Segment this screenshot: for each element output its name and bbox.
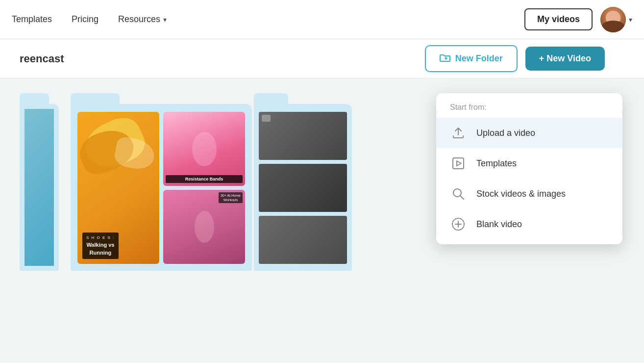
nav-pricing[interactable]: Pricing bbox=[72, 14, 99, 25]
folder-right-content bbox=[254, 104, 352, 271]
templates-label: Templates bbox=[476, 158, 517, 169]
main-nav: Templates Pricing Resources ▾ bbox=[12, 14, 524, 25]
blank-label: Blank video bbox=[476, 219, 522, 230]
resources-chevron-icon: ▾ bbox=[163, 16, 167, 24]
search-icon bbox=[450, 185, 467, 202]
avatar bbox=[600, 7, 626, 32]
app-name: reencast bbox=[20, 52, 64, 65]
dropdown-title: Start from: bbox=[436, 103, 622, 118]
folder-card-right bbox=[254, 104, 352, 348]
thumbnail-resistance-top: Resistance Bands bbox=[163, 112, 245, 186]
main-content: S H O E S : Walking vsRunning Resistance… bbox=[0, 78, 644, 363]
upload-label: Upload a video bbox=[476, 128, 535, 138]
folder-card-left-partial bbox=[20, 104, 59, 348]
thumbnail-right-3 bbox=[259, 216, 347, 264]
avatar-image bbox=[600, 7, 626, 32]
new-folder-label: New Folder bbox=[455, 53, 503, 64]
avatar-chevron-icon: ▾ bbox=[629, 16, 632, 24]
thumbnail-right-1 bbox=[259, 112, 347, 160]
new-folder-button[interactable]: New Folder bbox=[425, 45, 518, 72]
workout-label: 30+ At-HomeWorkouts bbox=[219, 192, 243, 203]
folder-card-main[interactable]: S H O E S : Walking vsRunning Resistance… bbox=[71, 104, 252, 348]
folder-content: S H O E S : Walking vsRunning Resistance… bbox=[71, 104, 252, 271]
toolbar-actions: New Folder + New Video bbox=[425, 45, 605, 72]
header: Templates Pricing Resources ▾ My videos … bbox=[0, 0, 644, 39]
nav-templates[interactable]: Templates bbox=[12, 14, 52, 25]
thumbnail-shoes-large: S H O E S : Walking vsRunning bbox=[77, 112, 159, 264]
folder-tab-right bbox=[254, 93, 288, 105]
dropdown-item-templates[interactable]: Templates bbox=[436, 148, 622, 179]
svg-line-5 bbox=[460, 196, 464, 199]
thumbnail-workout: 30+ At-HomeWorkouts bbox=[163, 190, 245, 264]
new-video-label: + New Video bbox=[539, 53, 591, 64]
folder-icon bbox=[440, 53, 450, 64]
svg-rect-2 bbox=[453, 158, 464, 169]
folder-tab bbox=[71, 93, 120, 105]
nav-resources-label: Resources bbox=[118, 14, 160, 25]
my-videos-button[interactable]: My videos bbox=[524, 8, 593, 30]
user-avatar-container[interactable]: ▾ bbox=[600, 7, 632, 32]
plus-icon bbox=[450, 216, 467, 233]
upload-icon bbox=[450, 125, 467, 141]
dropdown-item-upload[interactable]: Upload a video bbox=[436, 118, 622, 148]
new-video-button[interactable]: + New Video bbox=[525, 47, 605, 71]
svg-marker-3 bbox=[457, 161, 461, 166]
templates-icon bbox=[450, 155, 467, 172]
thumb-shoes-large-label: S H O E S : Walking vsRunning bbox=[82, 233, 119, 259]
nav-resources[interactable]: Resources ▾ bbox=[118, 14, 167, 25]
stock-label: Stock videos & images bbox=[476, 189, 566, 199]
dropdown-item-stock[interactable]: Stock videos & images bbox=[436, 179, 622, 209]
header-right: My videos ▾ bbox=[524, 7, 632, 32]
toolbar: reencast New Folder + New Video bbox=[0, 39, 644, 78]
new-video-dropdown: Start from: Upload a video Templates bbox=[436, 93, 622, 244]
thumbnail-right-2 bbox=[259, 164, 347, 212]
resistance-top-label: Resistance Bands bbox=[166, 175, 243, 183]
dropdown-item-blank[interactable]: Blank video bbox=[436, 209, 622, 239]
